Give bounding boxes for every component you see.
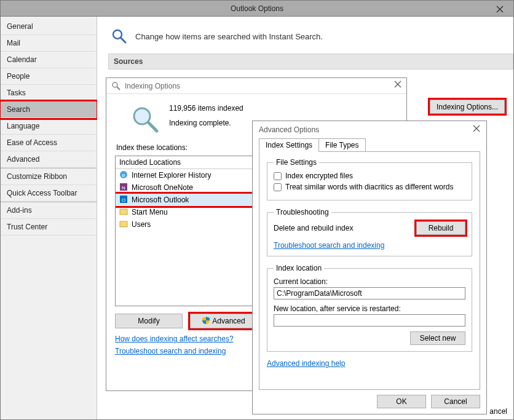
diacritics-checkbox[interactable]: Treat similar words with diacritics as d… — [274, 183, 465, 191]
troubleshooting-legend: Troubleshooting — [274, 208, 331, 216]
svg-text:N: N — [122, 185, 125, 191]
indexing-options-button[interactable]: Indexing Options... — [430, 100, 505, 114]
svg-line-3 — [121, 38, 125, 42]
rebuild-btn-label: Rebuild — [429, 224, 454, 232]
location-row-start-menu[interactable]: Start Menu — [116, 206, 256, 218]
sidebar-item-calendar[interactable]: Calendar — [1, 52, 97, 68]
ok-label: OK — [396, 397, 406, 406]
advanced-label: Advanced — [212, 317, 245, 325]
sources-heading: Sources — [108, 53, 513, 69]
sidebar: GeneralMailCalendarPeopleTasksSearchLang… — [1, 17, 97, 419]
sidebar-item-search[interactable]: Search — [1, 101, 97, 118]
indexing-dialog-title: Indexing Options — [125, 82, 180, 90]
sidebar-item-trust-center[interactable]: Trust Center — [1, 219, 97, 236]
new-location-label: New location, after service is restarted… — [274, 304, 465, 313]
close-button[interactable] — [394, 81, 401, 90]
location-label: Microsoft OneNote — [132, 183, 193, 192]
advanced-indexing-help-link[interactable]: Advanced indexing help — [267, 359, 345, 368]
svg-text:O: O — [122, 197, 125, 203]
current-location-label: Current location: — [274, 277, 465, 286]
sidebar-item-ease-of-access[interactable]: Ease of Access — [1, 135, 97, 151]
indexing-options-label: Indexing Options... — [437, 103, 498, 111]
rebuild-label: Delete and rebuild index — [274, 224, 353, 232]
sidebar-item-mail[interactable]: Mail — [1, 35, 97, 52]
svg-line-1 — [497, 6, 503, 12]
location-icon: e — [119, 170, 129, 180]
location-row-internet-explorer-history[interactable]: eInternet Explorer History — [116, 169, 256, 181]
location-label: Microsoft Outlook — [132, 196, 189, 204]
index-location-legend: Index location — [274, 264, 324, 272]
cancel-label: Cancel — [444, 397, 467, 406]
location-row-microsoft-outlook[interactable]: OMicrosoft Outlook — [116, 194, 256, 206]
svg-rect-17 — [120, 221, 127, 227]
location-row-users[interactable]: Users — [116, 218, 256, 231]
sidebar-item-language[interactable]: Language — [1, 118, 97, 135]
indexing-icon — [130, 104, 159, 133]
cancel-button[interactable]: Cancel — [431, 395, 480, 408]
troubleshoot-search-link[interactable]: Troubleshoot search and indexing — [274, 241, 384, 250]
svg-rect-16 — [120, 209, 127, 215]
sidebar-item-tasks[interactable]: Tasks — [1, 85, 97, 101]
advanced-button[interactable]: Advanced — [190, 314, 258, 328]
bg-cancel-fragment: ancel — [489, 407, 507, 416]
location-label: Start Menu — [132, 208, 168, 216]
advanced-options-dialog: Advanced Options Index SettingsFile Type… — [252, 121, 487, 414]
svg-point-4 — [113, 82, 117, 87]
location-label: Users — [132, 220, 151, 229]
sidebar-item-general[interactable]: General — [1, 18, 97, 35]
close-icon — [394, 81, 401, 88]
close-icon — [496, 6, 504, 13]
troubleshoot-link[interactable]: Troubleshoot search and indexing — [115, 347, 226, 355]
rebuild-button[interactable]: Rebuild — [416, 221, 465, 235]
indexed-locations-list[interactable]: Included Locations eInternet Explorer Hi… — [115, 156, 256, 306]
select-new-label: Select new — [420, 334, 456, 343]
svg-line-0 — [497, 6, 503, 12]
file-settings-legend: File Settings — [274, 158, 319, 167]
sidebar-item-advanced[interactable]: Advanced — [1, 151, 97, 168]
window-title: Outlook Options — [231, 4, 283, 13]
location-icon: N — [119, 183, 129, 192]
file-settings-group: File Settings Index encrypted files Trea… — [267, 158, 472, 200]
indexing-options-titlebar: Indexing Options — [106, 78, 406, 94]
sidebar-item-quick-access-toolbar[interactable]: Quick Access Toolbar — [1, 185, 97, 202]
svg-line-9 — [148, 122, 157, 131]
title-bar: Outlook Options — [0, 0, 514, 17]
current-location-field — [274, 287, 465, 299]
svg-line-5 — [117, 87, 120, 90]
search-icon — [111, 28, 128, 45]
location-label: Internet Explorer History — [132, 171, 211, 180]
indexing-status: Indexing complete. — [169, 119, 243, 127]
location-icon: O — [119, 195, 129, 205]
index-settings-panel: File Settings Index encrypted files Trea… — [259, 151, 480, 390]
svg-text:e: e — [122, 172, 125, 178]
troubleshooting-group: Troubleshooting Delete and rebuild index… — [267, 208, 472, 256]
how-indexing-affect-link[interactable]: How does indexing affect searches? — [115, 335, 234, 343]
modify-label: Modify — [138, 317, 159, 325]
modify-button[interactable]: Modify — [115, 314, 183, 328]
location-row-microsoft-onenote[interactable]: NMicrosoft OneNote — [116, 181, 256, 194]
new-location-field — [274, 314, 465, 327]
close-button[interactable] — [473, 125, 480, 134]
sidebar-item-customize-ribbon[interactable]: Customize Ribbon — [1, 168, 97, 185]
advanced-dialog-title: Advanced Options — [259, 125, 319, 134]
index-encrypted-label: Index encrypted files — [285, 172, 353, 180]
tab-index-settings[interactable]: Index Settings — [259, 138, 319, 152]
diacritics-input[interactable] — [274, 183, 282, 191]
location-icon — [119, 220, 129, 229]
location-icon — [119, 207, 129, 217]
list-header: Included Locations — [116, 156, 256, 169]
index-encrypted-checkbox[interactable]: Index encrypted files — [274, 172, 465, 180]
items-indexed-count: 119,956 items indexed — [169, 104, 243, 113]
shield-icon — [202, 317, 210, 326]
close-icon — [473, 125, 480, 132]
ok-button[interactable]: OK — [377, 395, 426, 408]
advanced-options-titlebar: Advanced Options — [253, 121, 486, 138]
close-button[interactable] — [486, 1, 513, 17]
index-location-group: Index location Current location: New loc… — [267, 264, 472, 352]
select-new-button[interactable]: Select new — [410, 331, 465, 345]
sidebar-item-people[interactable]: People — [1, 68, 97, 85]
page-heading: Change how items are searched with Insta… — [135, 32, 323, 41]
index-encrypted-input[interactable] — [274, 172, 282, 180]
sidebar-item-add-ins[interactable]: Add-ins — [1, 202, 97, 219]
tab-file-types[interactable]: File Types — [318, 138, 365, 152]
